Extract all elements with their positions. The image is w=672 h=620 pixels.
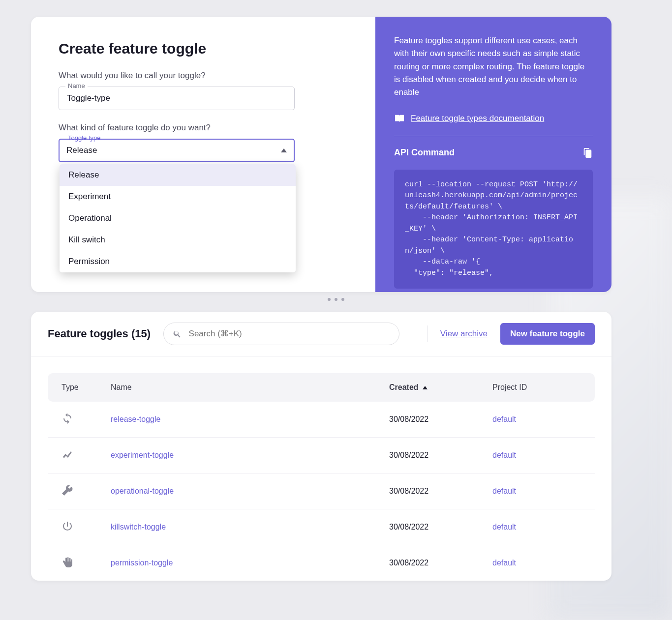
table-row: operational-toggle30/08/2022default (48, 473, 595, 509)
dot-3 (341, 298, 344, 301)
sort-asc-icon (423, 386, 428, 389)
type-select-value: Release (66, 146, 97, 155)
form-panel: Create feature toggle What would you lik… (31, 17, 375, 292)
th-project: Project ID (492, 383, 581, 392)
table-row: experiment-toggle30/08/2022default (48, 438, 595, 473)
table-row: permission-toggle30/08/2022default (48, 545, 595, 581)
search-icon (173, 329, 182, 339)
new-toggle-button[interactable]: New feature toggle (500, 323, 595, 345)
created-date: 30/08/2022 (389, 559, 492, 567)
project-link[interactable]: default (492, 487, 581, 496)
name-floating-label: Name (65, 82, 88, 89)
api-header: API Command (394, 146, 593, 160)
table-row: release-toggle30/08/2022default (48, 402, 595, 438)
type-option-release[interactable]: Release (60, 164, 296, 186)
search-wrap[interactable] (163, 323, 399, 345)
carousel-dots (328, 298, 344, 301)
toggle-name-link[interactable]: operational-toggle (111, 487, 389, 496)
toggle-name-link[interactable]: permission-toggle (111, 559, 389, 567)
type-select[interactable]: Release ReleaseExperimentOperationalKill… (59, 139, 295, 162)
info-description: Feature toggles support different use ca… (394, 34, 593, 99)
info-panel: Feature toggles support different use ca… (375, 17, 611, 292)
project-link[interactable]: default (492, 451, 581, 460)
hand-icon (61, 556, 111, 570)
chart-icon (61, 448, 111, 462)
table-row: killswitch-toggle30/08/2022default (48, 509, 595, 545)
created-date: 30/08/2022 (389, 451, 492, 460)
create-toggle-card: Create feature toggle What would you lik… (31, 17, 611, 292)
toggle-name-link[interactable]: experiment-toggle (111, 451, 389, 460)
search-input[interactable] (189, 329, 390, 339)
form-title: Create feature toggle (59, 40, 348, 57)
name-input[interactable] (59, 87, 295, 110)
chevron-up-icon (281, 148, 287, 152)
th-name: Name (111, 383, 389, 392)
created-date: 30/08/2022 (389, 415, 492, 424)
created-date: 30/08/2022 (389, 487, 492, 496)
th-type: Type (61, 383, 111, 392)
th-created[interactable]: Created (389, 383, 492, 392)
project-link[interactable]: default (492, 523, 581, 531)
name-input-wrap: Name (59, 87, 348, 110)
sync-icon (61, 413, 111, 426)
toggle-name-link[interactable]: killswitch-toggle (111, 523, 389, 531)
type-option-permission[interactable]: Permission (60, 251, 296, 272)
book-icon (394, 114, 405, 123)
doc-link-row: Feature toggle types documentation (394, 112, 593, 125)
created-date: 30/08/2022 (389, 523, 492, 531)
wrench-icon (61, 484, 111, 498)
type-option-kill-switch[interactable]: Kill switch (60, 229, 296, 251)
table-header: Type Name Created Project ID (48, 373, 595, 402)
copy-icon[interactable] (582, 147, 593, 159)
dot-2 (335, 298, 337, 301)
view-archive-link[interactable]: View archive (440, 329, 488, 339)
list-title: Feature toggles (15) (48, 327, 151, 340)
type-question: What kind of feature toggle do you want? (59, 123, 348, 133)
project-link[interactable]: default (492, 559, 581, 567)
project-link[interactable]: default (492, 415, 581, 424)
list-header: Feature toggles (15) View archive New fe… (31, 312, 611, 356)
type-select-wrap: Toggle type Release ReleaseExperimentOpe… (59, 139, 348, 162)
toggle-name-link[interactable]: release-toggle (111, 415, 389, 424)
type-option-experiment[interactable]: Experiment (60, 186, 296, 207)
dot-1 (328, 298, 331, 301)
type-option-operational[interactable]: Operational (60, 207, 296, 229)
table-wrap: Type Name Created Project ID release-tog… (31, 356, 611, 581)
type-dropdown: ReleaseExperimentOperationalKill switchP… (60, 164, 296, 272)
toggles-list-card: Feature toggles (15) View archive New fe… (31, 312, 611, 581)
doc-link[interactable]: Feature toggle types documentation (411, 112, 544, 125)
api-code-block[interactable]: curl --location --request POST 'http://u… (394, 170, 593, 289)
header-divider (427, 325, 428, 342)
api-title: API Command (394, 146, 455, 160)
info-divider (394, 136, 593, 136)
power-icon (61, 520, 111, 534)
name-question: What would you like to call your toggle? (59, 71, 348, 81)
